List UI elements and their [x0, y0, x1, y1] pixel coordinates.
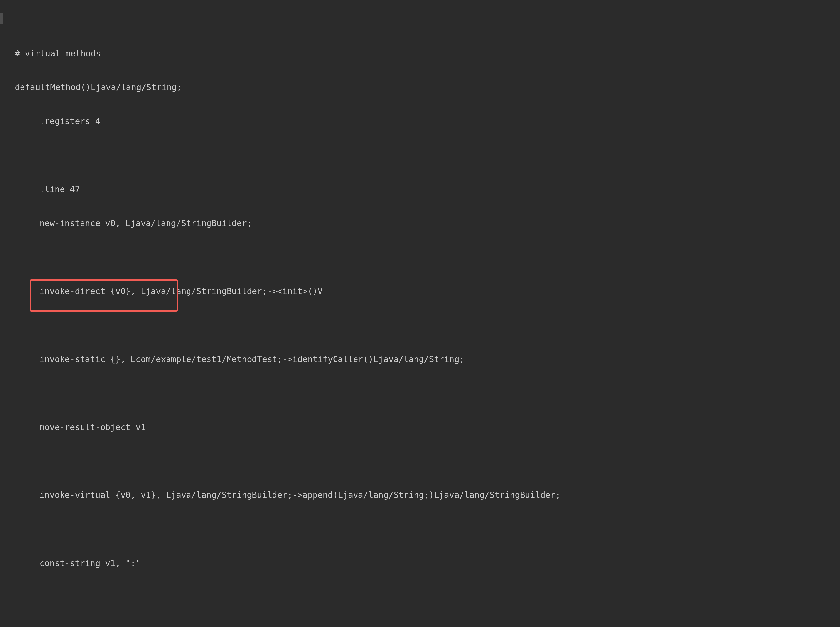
- code-line: [5, 252, 840, 263]
- code-line: new-instance v0, Ljava/lang/StringBuilde…: [5, 218, 840, 229]
- code-line: invoke-direct {v0}, Ljava/lang/StringBui…: [5, 286, 840, 297]
- code-line: move-result-object v1: [5, 422, 840, 433]
- gutter-caret: [0, 13, 3, 24]
- code-line: [5, 456, 840, 467]
- code-line: invoke-virtual {v0, v1}, Ljava/lang/Stri…: [5, 625, 840, 627]
- code-line: invoke-virtual {v0, v1}, Ljava/lang/Stri…: [5, 490, 840, 501]
- code-line: .line 47: [5, 184, 840, 195]
- code-line: .registers 4: [5, 116, 840, 127]
- code-line: [5, 320, 840, 331]
- code-line: const-string v1, ":": [5, 558, 840, 569]
- code-line: [5, 523, 840, 535]
- code-editor[interactable]: # virtual methods defaultMethod()Ljava/l…: [0, 0, 840, 627]
- code-line: [5, 150, 840, 161]
- code-line: # virtual methods: [5, 48, 840, 59]
- code-line: defaultMethod()Ljava/lang/String;: [5, 82, 840, 93]
- code-line: invoke-static {}, Lcom/example/test1/Met…: [5, 354, 840, 365]
- code-line: [5, 388, 840, 399]
- code-line: [5, 591, 840, 603]
